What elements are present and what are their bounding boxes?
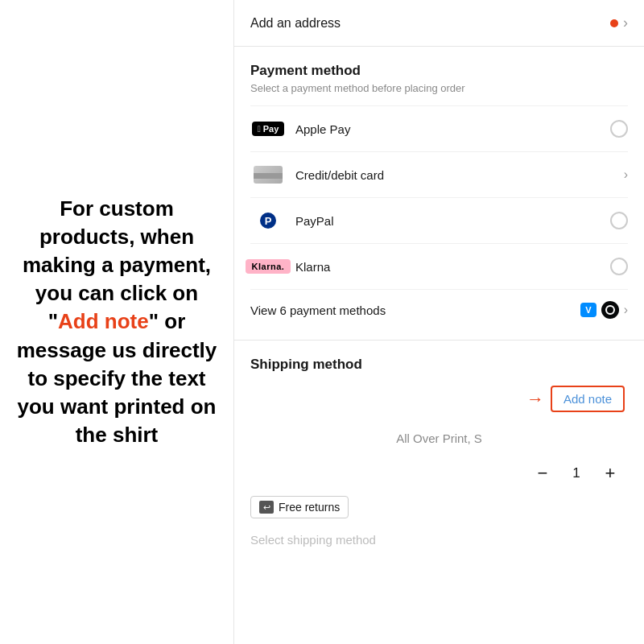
required-dot <box>610 19 618 27</box>
affirm-inner <box>605 305 615 315</box>
klarna-option[interactable]: Klarna. Klarna <box>250 243 628 289</box>
right-panel: Add an address › Payment method Select a… <box>233 0 644 644</box>
left-panel: For custom products, when making a payme… <box>0 0 233 644</box>
credit-card-chevron-icon: › <box>624 167 628 182</box>
klarna-icon: Klarna. <box>250 255 286 278</box>
apple-pay-icon:  Pay <box>250 118 286 140</box>
paypal-radio[interactable] <box>610 212 628 229</box>
paypal-option[interactable]: P PayPal <box>250 197 628 243</box>
quantity-increase-button[interactable]: + <box>599 462 621 485</box>
venmo-icon: V <box>580 303 596 317</box>
view-more-label: View 6 payment methods <box>250 303 580 317</box>
payment-section-subtitle: Select a payment method before placing o… <box>250 82 628 94</box>
card-icon-visual <box>254 166 283 184</box>
apple-pay-badge:  Pay <box>252 122 285 136</box>
affirm-icon <box>601 301 619 319</box>
credit-card-option[interactable]: Credit/debit card › <box>250 151 628 197</box>
add-note-highlight: Add note <box>58 309 149 333</box>
view-more-chevron-icon: › <box>624 303 628 317</box>
paypal-label: PayPal <box>295 214 610 228</box>
select-shipping-placeholder[interactable]: Select shipping method <box>250 530 628 547</box>
shipping-section: Shipping method → Add note All Over Prin… <box>234 341 644 555</box>
quantity-value: 1 <box>568 465 584 481</box>
apple-pay-option[interactable]:  Pay Apple Pay <box>250 105 628 151</box>
shipping-section-title: Shipping method <box>250 357 628 373</box>
address-chevron-icon: › <box>623 14 628 31</box>
product-name: All Over Print, S <box>396 431 482 445</box>
product-info: All Over Print, S <box>250 423 628 454</box>
quantity-row: − 1 + <box>250 462 628 485</box>
payment-section: Payment method Select a payment method b… <box>234 47 644 341</box>
arrow-indicator-icon: → <box>526 389 544 410</box>
payment-section-title: Payment method <box>250 63 628 79</box>
free-returns-badge: Free returns <box>250 496 349 518</box>
add-note-row: → Add note <box>250 386 628 412</box>
klarna-badge: Klarna. <box>246 259 291 274</box>
instruction-text: For custom products, when making a payme… <box>16 195 217 449</box>
view-more-icons: V › <box>580 301 628 319</box>
credit-card-label: Credit/debit card <box>295 168 624 182</box>
quantity-decrease-button[interactable]: − <box>531 462 554 485</box>
add-address-label: Add an address <box>250 16 341 31</box>
klarna-label: Klarna <box>295 260 610 274</box>
address-row-right: › <box>610 14 628 31</box>
apple-pay-radio[interactable] <box>610 120 628 138</box>
free-returns-icon <box>259 501 274 514</box>
add-address-row[interactable]: Add an address › <box>234 0 644 47</box>
view-more-row[interactable]: View 6 payment methods V › <box>250 289 628 332</box>
paypal-icon: P <box>250 209 286 232</box>
credit-card-icon <box>250 163 286 186</box>
klarna-radio[interactable] <box>610 258 628 275</box>
free-returns-text: Free returns <box>279 501 340 514</box>
paypal-logo: P <box>260 213 276 229</box>
apple-pay-label: Apple Pay <box>295 122 610 136</box>
add-note-button[interactable]: Add note <box>551 386 625 412</box>
